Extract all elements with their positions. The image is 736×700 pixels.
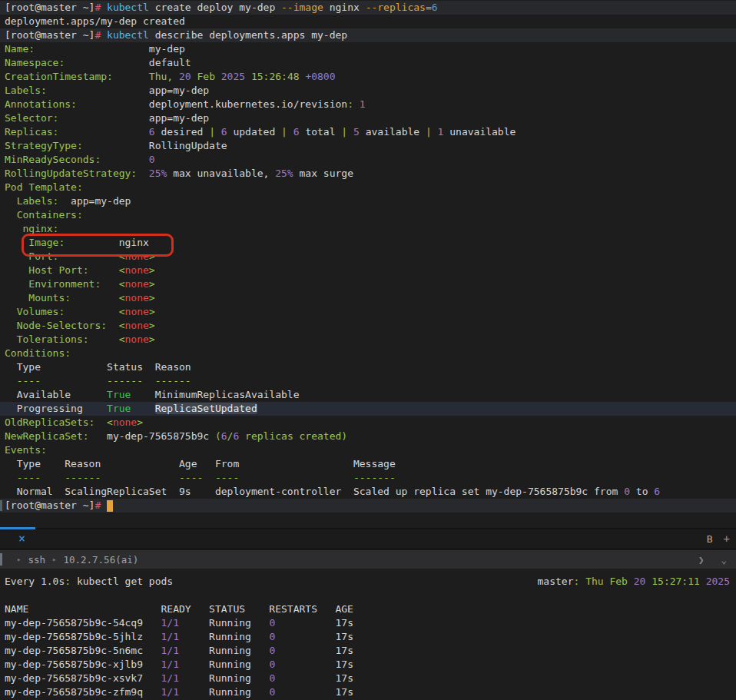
- breadcrumb-host[interactable]: 10.2.7.56(ai): [63, 554, 138, 566]
- terminal-line: Pod Template:: [0, 181, 736, 194]
- terminal-line: Annotations: deployment.kubernetes.io/re…: [0, 98, 736, 111]
- terminal-line: Containers:: [0, 208, 736, 222]
- terminal-line: Tolerations: <none>: [0, 333, 736, 347]
- terminal-line: Port: <none>: [0, 250, 736, 264]
- terminal-line: Host Port: <none>: [0, 264, 736, 277]
- terminal-line: Type Status Reason: [0, 360, 736, 374]
- pane-toolbar: × B +: [0, 529, 736, 548]
- terminal-cursor: [107, 500, 113, 512]
- chevron-down-icon[interactable]: ⌄: [721, 554, 727, 566]
- chevron-right-icon[interactable]: ❯: [698, 554, 705, 566]
- add-pane-icon[interactable]: +: [724, 532, 730, 545]
- terminal-line: ---- ------ ---- ---- -------: [0, 471, 736, 485]
- line-marker: [0, 500, 2, 511]
- terminal-line: Type Reason Age From Message: [0, 457, 736, 471]
- b-indicator[interactable]: B: [707, 533, 713, 545]
- terminal-line: [root@master ~]# kubectl describe deploy…: [0, 28, 736, 42]
- terminal-line: NAME READY STATUS RESTARTS AGE: [0, 602, 736, 616]
- terminal-line: my-dep-7565875b9c-54cq9 1/1 Running 0 17…: [0, 616, 736, 630]
- terminal-line: OldReplicaSets: <none>: [0, 416, 736, 430]
- terminal-line: Environment: <none>: [0, 277, 736, 291]
- terminal-line: [root@master ~]# kubectl create deploy m…: [0, 1, 736, 15]
- terminal-line: Volumes: <none>: [0, 305, 736, 319]
- watch-terminal-pane[interactable]: Every 1.0s: kubectl get podsmaster: Thu …: [0, 569, 736, 700]
- terminal-line: Image: nginx: [0, 236, 736, 250]
- terminal-line: Conditions:: [0, 347, 736, 360]
- terminal-line: [0, 589, 736, 602]
- terminal-line: MinReadySeconds: 0: [0, 153, 736, 167]
- ssh-breadcrumb-bar: ▸ ssh ▸ 10.2.7.56(ai) ❯ ⌄: [0, 550, 736, 569]
- terminal-line: CreationTimestamp: Thu, 20 Feb 2025 15:2…: [0, 70, 736, 84]
- terminal-line: [root@master ~]#: [0, 499, 736, 513]
- terminal-line: Progressing True ReplicaSetUpdated: [0, 402, 736, 416]
- terminal-line: Namespace: default: [0, 56, 736, 70]
- terminal-line: my-dep-7565875b9c-xsvk7 1/1 Running 0 17…: [0, 672, 736, 685]
- terminal-line: my-dep-7565875b9c-xjlb9 1/1 Running 0 17…: [0, 658, 736, 672]
- terminal-line: NewReplicaSet: my-dep-7565875b9c (6/6 re…: [0, 430, 736, 443]
- breadcrumb-ssh[interactable]: ssh: [28, 554, 45, 566]
- active-pane-indicator: [0, 527, 35, 529]
- terminal-line: Every 1.0s: kubectl get podsmaster: Thu …: [0, 575, 736, 589]
- terminal-line: my-dep-7565875b9c-5jhlz 1/1 Running 0 17…: [0, 630, 736, 644]
- terminal-line: Normal ScalingReplicaSet 9s deployment-c…: [0, 485, 736, 499]
- terminal-line: Selector: app=my-dep: [0, 111, 736, 125]
- terminal-line: deployment.apps/my-dep created: [0, 15, 736, 28]
- terminal-line: nginx:: [0, 222, 736, 236]
- breadcrumb-arrow-icon: ▸: [17, 556, 21, 563]
- terminal-line: Labels: app=my-dep: [0, 84, 736, 98]
- terminal-line: Events:: [0, 443, 736, 457]
- terminal-line: Replicas: 6 desired | 6 updated | 6 tota…: [0, 125, 736, 139]
- terminal-line: my-dep-7565875b9c-5n6mc 1/1 Running 0 17…: [0, 644, 736, 658]
- breadcrumb-arrow-icon: ▸: [52, 556, 56, 563]
- terminal-line: ---- ------ ------: [0, 374, 736, 388]
- terminal-window: [root@master ~]# kubectl create deploy m…: [0, 0, 736, 700]
- terminal-line: Name: my-dep: [0, 42, 736, 56]
- terminal-line: Node-Selectors: <none>: [0, 319, 736, 333]
- terminal-line: my-dep-7565875b9c-zfm9q 1/1 Running 0 17…: [0, 685, 736, 699]
- terminal-line: RollingUpdateStrategy: 25% max unavailab…: [0, 167, 736, 181]
- close-icon[interactable]: ×: [18, 532, 25, 546]
- session-marker: [0, 553, 2, 566]
- terminal-line: Labels: app=my-dep: [0, 194, 736, 208]
- terminal-line: Mounts: <none>: [0, 291, 736, 305]
- pane-divider: [0, 514, 736, 529]
- terminal-line: StrategyType: RollingUpdate: [0, 139, 736, 153]
- terminal-line: Available True MinimumReplicasAvailable: [0, 388, 736, 402]
- main-terminal-pane[interactable]: [root@master ~]# kubectl create deploy m…: [0, 0, 736, 514]
